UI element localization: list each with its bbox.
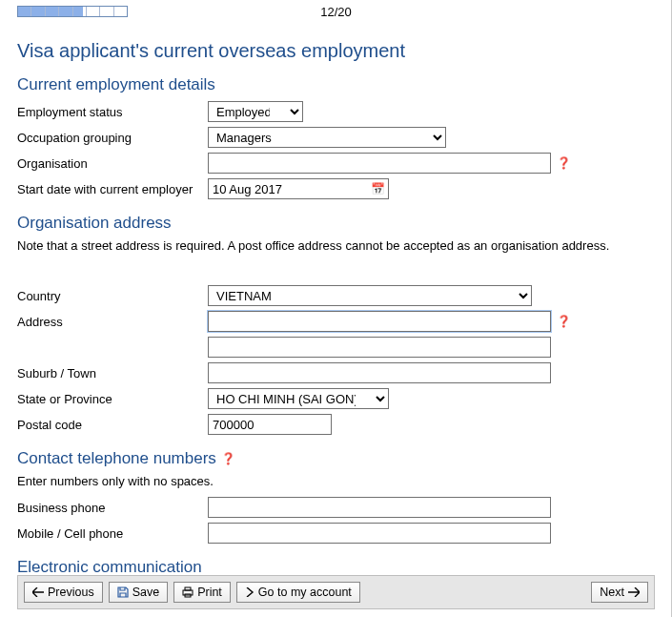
address-line1-input[interactable] <box>208 311 551 332</box>
chevron-right-icon <box>245 587 255 597</box>
help-icon[interactable]: ❓ <box>222 452 235 465</box>
occupation-grouping-label: Occupation grouping <box>17 131 208 145</box>
mobile-phone-label: Mobile / Cell phone <box>17 526 208 541</box>
state-select[interactable]: HO CHI MINH (SAI GON) <box>208 388 389 409</box>
postal-label: Postal code <box>17 418 208 432</box>
mobile-phone-input[interactable] <box>208 523 551 544</box>
business-phone-input[interactable] <box>208 497 551 518</box>
help-icon[interactable]: ❓ <box>557 315 570 328</box>
previous-button[interactable]: Previous <box>24 582 103 603</box>
organisation-input[interactable] <box>208 153 551 174</box>
arrow-right-icon <box>628 587 640 597</box>
section-email-heading: Electronic communication <box>17 558 654 577</box>
print-icon <box>182 586 193 598</box>
address-label: Address <box>17 315 208 329</box>
floppy-icon <box>117 586 129 598</box>
save-button[interactable]: Save <box>109 582 169 603</box>
page-title: Visa applicant's current overseas employ… <box>17 40 654 62</box>
arrow-left-icon <box>32 587 44 597</box>
postal-input[interactable] <box>208 414 332 435</box>
suburb-input[interactable] <box>208 362 551 383</box>
section-org-address-heading: Organisation address <box>17 214 654 233</box>
address-line2-input[interactable] <box>208 337 551 358</box>
progress-label: 12/20 <box>0 5 672 19</box>
section-employment-heading: Current employment details <box>17 75 654 94</box>
button-bar: Previous Save Print Go to my account Nex… <box>17 575 655 609</box>
help-icon[interactable]: ❓ <box>557 156 570 170</box>
next-button[interactable]: Next <box>591 582 648 603</box>
contact-note: Enter numbers only with no spaces. <box>17 474 654 488</box>
calendar-icon[interactable]: 📅 <box>371 182 385 195</box>
country-label: Country <box>17 289 208 303</box>
occupation-grouping-select[interactable]: Managers <box>208 127 446 148</box>
organisation-label: Organisation <box>17 156 208 171</box>
country-select[interactable]: VIETNAM <box>208 285 532 306</box>
go-to-account-button[interactable]: Go to my account <box>236 582 360 603</box>
employment-status-select[interactable]: Employed <box>208 101 303 122</box>
employment-status-label: Employment status <box>17 105 208 119</box>
business-phone-label: Business phone <box>17 501 208 515</box>
start-date-input[interactable] <box>208 178 389 199</box>
start-date-label: Start date with current employer <box>17 182 208 196</box>
state-label: State or Province <box>17 392 208 406</box>
org-address-note: Note that a street address is required. … <box>17 238 654 253</box>
suburb-label: Suburb / Town <box>17 366 208 380</box>
section-contact-heading: Contact telephone numbers ❓ <box>17 449 654 468</box>
print-button[interactable]: Print <box>173 582 231 603</box>
